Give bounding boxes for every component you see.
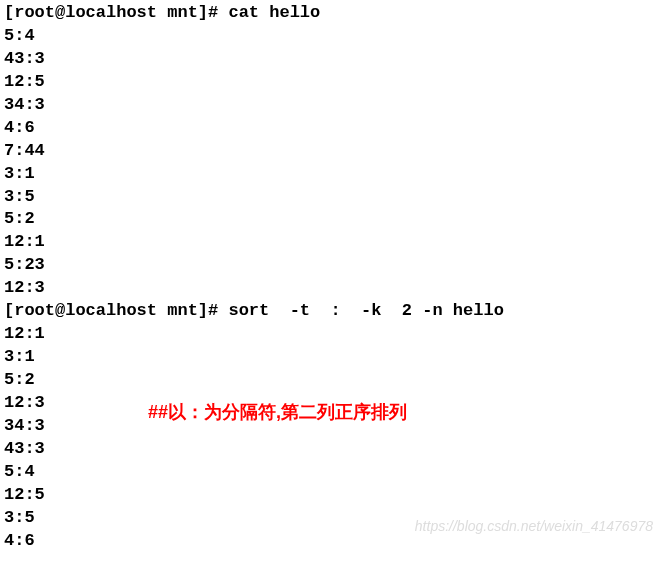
watermark-text: https://blog.csdn.net/weixin_41476978 — [415, 517, 653, 536]
output-line: 3:1 — [4, 163, 659, 186]
annotation-text: ##以：为分隔符,第二列正序排列 — [148, 400, 407, 424]
output-line: 43:3 — [4, 438, 659, 461]
output-line: 12:1 — [4, 231, 659, 254]
command-text: sort -t : -k 2 -n hello — [228, 301, 503, 320]
output-line: 5:2 — [4, 208, 659, 231]
shell-prompt: [root@localhost mnt]# — [4, 3, 228, 22]
output-line: 5:23 — [4, 254, 659, 277]
output-line: 5:4 — [4, 25, 659, 48]
output-line: 12:5 — [4, 71, 659, 94]
command-line-2: [root@localhost mnt]# sort -t : -k 2 -n … — [4, 300, 659, 323]
command-line-1: [root@localhost mnt]# cat hello — [4, 2, 659, 25]
output-line: 12:1 — [4, 323, 659, 346]
shell-prompt: [root@localhost mnt]# — [4, 301, 228, 320]
output-line: 7:44 — [4, 140, 659, 163]
output-line: 12:5 — [4, 484, 659, 507]
output-line: 34:3 — [4, 94, 659, 117]
output-line: 12:3 — [4, 277, 659, 300]
output-line: 5:4 — [4, 461, 659, 484]
output-line: 3:5 — [4, 186, 659, 209]
output-line: 3:1 — [4, 346, 659, 369]
command-text: cat hello — [228, 3, 320, 22]
output-line: 43:3 — [4, 48, 659, 71]
output-line: 5:2 — [4, 369, 659, 392]
output-line: 4:6 — [4, 117, 659, 140]
